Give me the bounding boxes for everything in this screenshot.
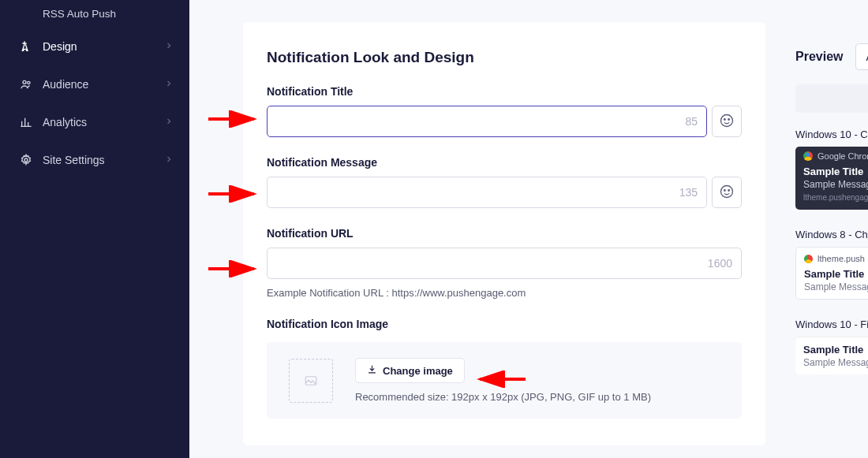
- change-image-label: Change image: [383, 365, 453, 377]
- sidebar-item-analytics[interactable]: Analytics: [0, 103, 189, 141]
- message-label: Notification Message: [267, 156, 742, 169]
- field-message: Notification Message 135: [267, 156, 742, 208]
- sidebar-item-design[interactable]: Design: [0, 28, 189, 65]
- sidebar-item-audience[interactable]: Audience: [0, 65, 189, 103]
- sidebar-label: Audience: [43, 78, 164, 91]
- preview-search-box[interactable]: [795, 84, 868, 113]
- emoji-button[interactable]: [712, 177, 742, 208]
- firefox-notification-preview: Sample Title Sample Message: [795, 337, 868, 374]
- svg-point-8: [728, 189, 730, 191]
- field-title: Notification Title 85: [267, 85, 742, 137]
- preview-notif-msg: Sample Message: [803, 357, 868, 368]
- chrome-header-text: Google Chrom: [817, 151, 868, 161]
- win8-header-text: ltheme.push: [817, 254, 865, 263]
- chevron-right-icon: [164, 78, 174, 91]
- svg-point-5: [728, 118, 730, 120]
- svg-point-7: [724, 189, 726, 191]
- chevron-right-icon: [164, 40, 174, 53]
- sidebar-label: Design: [43, 40, 164, 53]
- chevron-right-icon: [164, 116, 174, 128]
- title-counter: 85: [685, 115, 698, 128]
- svg-point-0: [23, 80, 26, 84]
- message-counter: 135: [679, 186, 698, 199]
- preview-notif-title: Sample Title: [804, 268, 868, 280]
- preview-notif-title: Sample Title: [803, 344, 868, 356]
- icon-upload-area: Change image Recommended size: 192px x 1…: [267, 342, 742, 419]
- svg-point-3: [721, 114, 733, 126]
- title-input[interactable]: [267, 106, 707, 137]
- svg-rect-9: [305, 376, 316, 385]
- change-image-button[interactable]: Change image: [355, 358, 465, 383]
- win8-notification-preview: ltheme.push Sample Title Sample Message: [795, 247, 868, 300]
- gear-icon: [19, 153, 33, 167]
- people-icon: [19, 77, 33, 91]
- preview-win10-chrome: Windows 10 - Ch Google Chrom Sample Titl…: [795, 128, 868, 210]
- preview-title: Preview: [795, 50, 843, 64]
- preview-win8-chrome: Windows 8 - Chr ltheme.push Sample Title…: [795, 229, 868, 300]
- svg-point-6: [721, 185, 733, 197]
- chart-icon: [19, 115, 33, 129]
- sidebar-label: Analytics: [43, 116, 164, 128]
- emoji-button[interactable]: [712, 106, 742, 137]
- chevron-right-icon: [164, 154, 174, 166]
- url-counter: 1600: [708, 257, 732, 270]
- sidebar-label: Site Settings: [43, 154, 164, 166]
- svg-point-2: [24, 158, 28, 162]
- icon-label: Notification Icon Image: [267, 318, 742, 330]
- form-card: Notification Look and Design Notificatio…: [243, 22, 765, 445]
- preview-notif-via: ltheme.pushengag: [803, 193, 868, 202]
- cursor-icon: [19, 39, 33, 54]
- sidebar: RSS Auto Push Design Audience Analytics: [0, 0, 189, 458]
- chrome-logo-icon: [803, 151, 813, 161]
- image-placeholder[interactable]: [289, 359, 333, 403]
- chrome-logo-icon: [804, 255, 813, 263]
- sidebar-item-site-settings[interactable]: Site Settings: [0, 141, 189, 179]
- upload-hint: Recommended size: 192px x 192px (JPG, PN…: [355, 391, 720, 403]
- preview-section-label: Windows 10 - Fi: [795, 318, 868, 330]
- url-input[interactable]: [267, 248, 742, 279]
- title-label: Notification Title: [267, 85, 742, 98]
- main-content: Notification Look and Design Notificatio…: [189, 0, 868, 458]
- url-helper: Example Notification URL : https://www.p…: [267, 287, 742, 299]
- svg-point-1: [28, 81, 30, 84]
- preview-notif-msg: Sample Message: [804, 281, 868, 292]
- preview-panel: Preview A Windows 10 - Ch Google Chrom S…: [795, 43, 868, 393]
- card-title: Notification Look and Design: [267, 49, 742, 66]
- preview-win10-firefox: Windows 10 - Fi Sample Title Sample Mess…: [795, 318, 868, 374]
- preview-tab[interactable]: A: [855, 43, 868, 70]
- preview-notif-msg: Sample Messag: [803, 179, 868, 190]
- url-label: Notification URL: [267, 227, 742, 240]
- svg-point-4: [724, 118, 726, 120]
- download-icon: [367, 364, 377, 377]
- emoji-icon: [720, 114, 734, 130]
- chrome-notification-preview: Google Chrom Sample Title Sample Messag …: [795, 147, 868, 210]
- field-icon: Notification Icon Image Change image Rec…: [267, 318, 742, 419]
- preview-section-label: Windows 8 - Chr: [795, 229, 868, 240]
- field-url: Notification URL 1600 Example Notificati…: [267, 227, 742, 299]
- emoji-icon: [720, 184, 734, 201]
- preview-notif-title: Sample Title: [803, 166, 868, 177]
- preview-section-label: Windows 10 - Ch: [795, 128, 868, 140]
- message-input[interactable]: [267, 177, 707, 208]
- sidebar-rss-item[interactable]: RSS Auto Push: [0, 0, 189, 28]
